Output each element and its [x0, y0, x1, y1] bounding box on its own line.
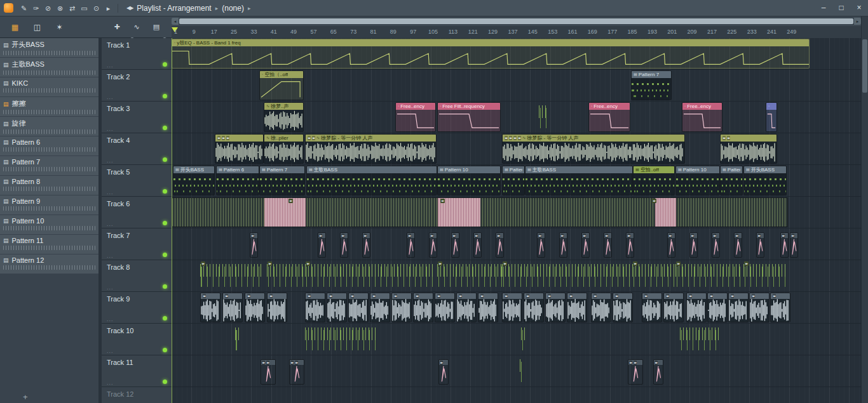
timeline-bar-number[interactable]: 121: [468, 29, 478, 35]
pink-clip[interactable]: ◦: [766, 102, 777, 132]
spike-clip[interactable]: ▸▸: [429, 232, 437, 258]
spike-clip[interactable]: ▸▸: [626, 232, 634, 258]
timeline-bar-number[interactable]: 17: [211, 29, 217, 35]
pattern-list-item[interactable]: ▤KIKC: [0, 77, 98, 96]
spike-clip[interactable]: ▸▸: [712, 232, 720, 258]
spike-clip[interactable]: ▸▸: [496, 232, 504, 258]
timeline-bar-number[interactable]: 33: [250, 29, 257, 35]
playlist-grid-icon[interactable]: ▦: [9, 17, 21, 38]
playlist-lane[interactable]: ▸▸▸▸▸▸∿徐..plier▸▸▸▸∿徐梦腙 - 等一分钟 人声▸▸▸▸▸▸▸…: [172, 133, 861, 165]
select-tool-icon[interactable]: ▭: [78, 0, 90, 17]
ticks-clip[interactable]: ▸▸: [743, 261, 788, 291]
pink-clip[interactable]: ◦Free..ency: [588, 102, 630, 132]
wave-small-clip[interactable]: ▸▸: [327, 293, 347, 322]
pattern-list-item[interactable]: ▤Pattern 9: [0, 195, 98, 215]
spike-clip[interactable]: ▸▸: [473, 232, 482, 258]
delete-tool-icon[interactable]: ⊘: [42, 0, 54, 17]
track-enable-led[interactable]: [163, 253, 167, 257]
timeline-ruler[interactable]: 1917253341495765738189971051131211291371…: [172, 26, 861, 38]
wave-small-clip[interactable]: ▸▸: [435, 293, 455, 322]
spike-clip[interactable]: ▸▸: [340, 232, 348, 258]
timeline-bar-number[interactable]: 81: [370, 29, 376, 35]
spike-clip[interactable]: ▸▸: [362, 232, 370, 258]
pattern-list-item[interactable]: ▤旋律: [0, 117, 98, 136]
draw-tool-icon[interactable]: ✎: [18, 0, 30, 17]
spike-clip[interactable]: ▸▸: [537, 232, 545, 258]
timeline-bar-number[interactable]: 57: [310, 29, 316, 35]
pattern-list-item[interactable]: ▤Pattern 11: [0, 235, 98, 254]
pattern-clip[interactable]: ▤开头BASS: [173, 166, 215, 195]
track-options[interactable]: ...: [107, 316, 114, 322]
vertical-scrollbar[interactable]: [861, 17, 868, 403]
wave-small-clip[interactable]: ▸▸: [728, 293, 749, 322]
ticks-clip[interactable]: [520, 356, 522, 386]
pink-clip[interactable]: ◦Free..ency: [395, 102, 436, 132]
track-enable-led[interactable]: [163, 284, 167, 289]
ticks-clip[interactable]: [521, 324, 526, 354]
timeline-bar-number[interactable]: 161: [567, 29, 577, 35]
track-options[interactable]: ...: [107, 62, 114, 69]
track-enable-led[interactable]: [163, 157, 167, 162]
ticks-clip[interactable]: ▸▸: [200, 261, 264, 291]
track-enable-led[interactable]: [163, 62, 167, 67]
spike-clip[interactable]: ▸▸: [559, 232, 567, 258]
spike-clip[interactable]: ▸▸: [250, 232, 258, 258]
track-enable-led[interactable]: [163, 221, 167, 225]
pattern-clip[interactable]: ▤Pattern 7: [259, 166, 305, 195]
ticks-clip[interactable]: [235, 324, 241, 354]
timeline-bar-number[interactable]: 1: [174, 29, 177, 35]
audio-clip[interactable]: ▸▸▸▸▸▸: [215, 134, 264, 164]
playlist-lane[interactable]: [172, 387, 861, 403]
track-options[interactable]: ...: [107, 221, 114, 227]
track-enable-led[interactable]: [163, 94, 167, 98]
track-name-cell[interactable]: Track 6...: [102, 197, 172, 228]
track-name-cell[interactable]: Track 1...: [102, 38, 172, 70]
paint-tool-icon[interactable]: ✑: [30, 0, 42, 17]
timeline-bar-number[interactable]: 41: [271, 29, 277, 35]
timeline-bar-number[interactable]: 89: [390, 29, 397, 35]
playlist-lane[interactable]: [172, 324, 861, 355]
pattern-list-item[interactable]: ▤Pattern 7: [0, 156, 98, 175]
track-name-cell[interactable]: Track 2...: [102, 70, 172, 102]
pattern-clip[interactable]: ▤主歌BASS: [306, 166, 437, 195]
ticks-clip[interactable]: ▸▸: [267, 261, 304, 291]
spike-clip[interactable]: ▸▸: [653, 359, 663, 385]
wave-small-clip[interactable]: ▸▸: [770, 293, 790, 322]
track-name-cell[interactable]: Track 4...: [102, 133, 172, 165]
track-name-cell[interactable]: Track 5...: [102, 165, 172, 197]
playlist-lane[interactable]: ▸▸▸▸▸▸▸▸▸▸▸▸▸▸▸▸: [172, 260, 861, 292]
track-options[interactable]: ...: [107, 94, 114, 100]
track-options[interactable]: ...: [107, 380, 114, 386]
scroll-left-icon[interactable]: ◂: [172, 18, 179, 25]
timeline-bar-number[interactable]: 145: [528, 29, 538, 35]
timeline-bar-number[interactable]: 49: [290, 29, 297, 35]
vertical-scrollbar-thumb[interactable]: [862, 39, 867, 93]
timeline-bar-number[interactable]: 137: [508, 29, 517, 35]
minimize-button[interactable]: –: [815, 0, 832, 17]
playlist-lane[interactable]: ▤开头BASS▤Pattern 6▤Pattern 7▤主歌BASS▤Patte…: [172, 165, 861, 197]
wave-small-clip[interactable]: ▸▸: [222, 293, 243, 322]
playlist-lane[interactable]: ▸▸▸▸▸▸▸▸▸▸▸▸▸▸▸▸▸▸▸▸▸▸▸▸▸▸▸▸▸▸▸▸▸▸▸▸▸▸▸▸…: [172, 228, 861, 260]
timeline-bar-number[interactable]: 65: [330, 29, 337, 35]
add-pattern-button[interactable]: +: [23, 392, 28, 402]
playlist-lane[interactable]: ▸▸▸▸▸▸: [172, 197, 861, 228]
pattern-clip[interactable]: ▤开头BASS: [743, 166, 787, 195]
track-options[interactable]: ...: [107, 253, 114, 259]
spike-clip[interactable]: ▸▸: [604, 232, 612, 258]
wave-small-clip[interactable]: ▸▸: [567, 293, 587, 322]
timeline-bar-number[interactable]: 25: [231, 29, 237, 35]
pattern-list-item[interactable]: ▤Pattern 6: [0, 136, 98, 155]
wave-small-clip[interactable]: ▸▸: [663, 293, 684, 322]
track-options[interactable]: ...: [107, 126, 114, 132]
pattern-clip[interactable]: ▤Pattern 10: [437, 166, 501, 195]
ticks-clip[interactable]: ▸▸: [305, 261, 435, 291]
ticks-clip[interactable]: [305, 324, 376, 354]
zoom-tool-icon[interactable]: ⊙: [90, 0, 102, 17]
audio-clip[interactable]: ∿徐..plier: [264, 134, 304, 164]
track-options[interactable]: ...: [107, 348, 114, 354]
track-options[interactable]: ...: [107, 189, 114, 195]
pink-clip[interactable]: ◦Free..ency: [682, 102, 722, 132]
spike-clip[interactable]: ▸▸: [756, 232, 764, 258]
track-enable-led[interactable]: [163, 126, 167, 130]
arrangement-name[interactable]: (none): [222, 4, 244, 13]
